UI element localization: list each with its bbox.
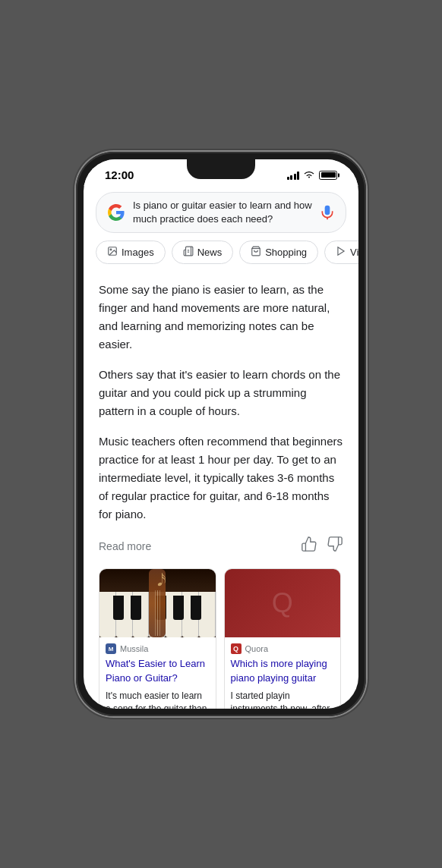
battery-icon (319, 171, 337, 180)
card-quora-snippet: I started playin instruments th now, aft… (225, 690, 341, 709)
card-mussila-snippet: It's much easier to learn a song for the… (99, 690, 216, 709)
card-quora-source: Q Quora (225, 637, 341, 657)
news-icon (183, 246, 194, 259)
status-icons (287, 169, 338, 181)
notch (187, 159, 255, 179)
main-content: Some say the piano is easier to learn, a… (84, 272, 358, 709)
wifi-icon (303, 169, 315, 181)
filter-tab-news[interactable]: News (172, 241, 234, 264)
filter-tabs: Images News Shopping (84, 233, 358, 272)
read-more-link[interactable]: Read more (99, 540, 151, 552)
svg-marker-6 (338, 247, 344, 256)
status-time: 12:00 (105, 168, 134, 181)
filter-tab-images-label: Images (122, 247, 154, 258)
filter-tab-videos[interactable]: Videos (324, 241, 358, 264)
shopping-icon (251, 246, 261, 259)
images-icon (107, 246, 118, 259)
svg-point-1 (110, 249, 112, 250)
answer-paragraph-3: Music teachers often recommend that begi… (99, 432, 343, 524)
card-mussila-source: M Mussila (99, 637, 216, 657)
phone-screen: 12:00 (84, 159, 358, 709)
read-more-row: Read more (99, 536, 343, 556)
phone-frame: 12:00 (76, 152, 366, 716)
result-cards: 𝅘𝅥𝅯 M Mussila What's Easier to Learn Pia… (99, 568, 343, 709)
feedback-buttons (301, 536, 343, 556)
google-logo (107, 203, 125, 222)
card-mussila-title: What's Easier to Learn Piano or Guitar? (99, 657, 216, 689)
card-quora-source-name: Quora (245, 644, 269, 653)
card-quora-title: Which is more playing piano playing guit… (225, 657, 341, 689)
answer-paragraph-2: Others say that it's easier to learn cho… (99, 366, 343, 420)
search-bar-container: Is piano or guitar easier to learn and h… (84, 186, 358, 233)
card-mussila-source-name: Mussila (120, 644, 148, 653)
filter-tab-shopping-label: Shopping (265, 247, 307, 258)
filter-tab-news-label: News (197, 247, 223, 258)
search-query-text: Is piano or guitar easier to learn and h… (133, 199, 312, 226)
mic-icon[interactable] (320, 205, 335, 220)
filter-tab-videos-label: Videos (350, 247, 358, 258)
videos-icon (336, 246, 346, 259)
signal-icon (287, 171, 300, 180)
card-quora-image: Q (225, 569, 341, 637)
filter-tab-shopping[interactable]: Shopping (239, 241, 318, 264)
quora-logo: Q (231, 643, 242, 654)
search-bar[interactable]: Is piano or guitar easier to learn and h… (96, 192, 346, 233)
mussila-logo: M (106, 643, 116, 654)
card-mussila-image: 𝅘𝅥𝅯 (99, 569, 216, 637)
thumbs-down-button[interactable] (327, 536, 343, 556)
card-quora[interactable]: Q Q Quora Which is more playing piano pl… (224, 568, 342, 709)
answer-paragraph-1: Some say the piano is easier to learn, a… (99, 281, 343, 354)
card-mussila[interactable]: 𝅘𝅥𝅯 M Mussila What's Easier to Learn Pia… (99, 568, 216, 709)
thumbs-up-button[interactable] (301, 536, 317, 556)
filter-tab-images[interactable]: Images (96, 241, 166, 264)
